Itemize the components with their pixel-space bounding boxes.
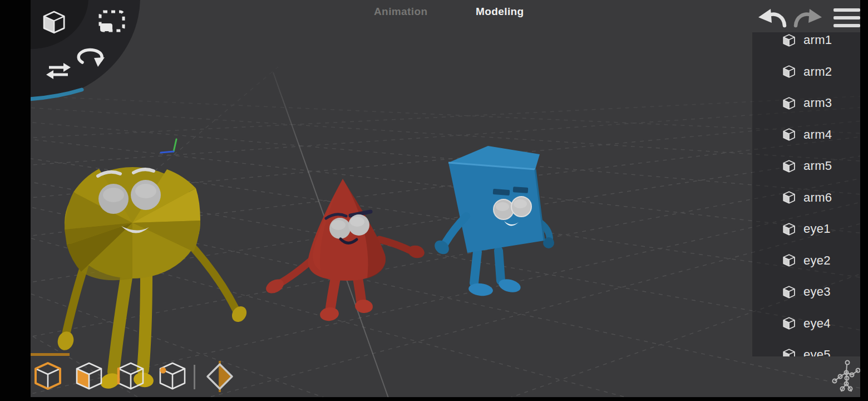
right-bezel	[860, 0, 868, 401]
outliner-list: arm1 arm2 arm3 arm4 arm5	[752, 32, 860, 356]
outliner-item[interactable]: arm3	[752, 87, 860, 119]
menu-bar	[834, 8, 860, 12]
cube-icon	[782, 190, 796, 204]
cube-icon	[782, 65, 796, 79]
tab-animation[interactable]: Animation	[374, 6, 428, 18]
cube-icon	[782, 128, 796, 141]
outliner-item-label: eye4	[803, 316, 831, 331]
cube-icon	[782, 253, 796, 267]
outliner-item[interactable]: eye4	[752, 308, 860, 340]
face-select-mode-icon[interactable]	[74, 360, 105, 392]
outliner-item[interactable]: arm2	[752, 56, 860, 88]
cube-icon	[782, 159, 796, 173]
outliner-item[interactable]: arm6	[752, 182, 860, 214]
app-root: { "theme": { "accent_orange": "#e6952f",…	[0, 0, 868, 401]
fan-tool-menu	[31, 0, 175, 117]
yellow-sphere-character[interactable]	[55, 167, 249, 391]
outliner-item-label: arm5	[803, 159, 832, 173]
outliner-panel: arm1 arm2 arm3 arm4 arm5	[752, 32, 860, 356]
outliner-item-label: arm2	[803, 65, 832, 79]
vertex-select-mode-icon[interactable]	[157, 360, 189, 392]
undo-icon[interactable]	[754, 6, 790, 30]
outliner-item-label: eye2	[803, 253, 831, 268]
cube-icon	[782, 33, 796, 47]
outliner-item[interactable]: eye2	[752, 245, 860, 277]
outliner-item-label: arm4	[803, 128, 832, 142]
outliner-item-label: arm1	[803, 33, 832, 47]
mode-bar-divider	[194, 365, 195, 389]
outliner-item-label: arm3	[803, 96, 832, 110]
red-cone-character[interactable]	[264, 179, 426, 322]
edge-select-mode-icon[interactable]	[116, 360, 147, 392]
selected-mode-underline	[31, 353, 70, 356]
outliner-item-label: eye1	[803, 222, 831, 236]
left-bezel	[0, 0, 31, 401]
symmetry-icon[interactable]	[205, 359, 236, 394]
cube-icon	[782, 222, 796, 236]
outliner-item[interactable]: eye3	[752, 276, 860, 308]
outliner-item[interactable]: eye1	[752, 213, 860, 245]
menu-bar	[834, 24, 860, 27]
cube-icon	[782, 285, 796, 299]
menu-bar	[834, 16, 860, 19]
outliner-item[interactable]: arm5	[752, 150, 860, 182]
outliner-item[interactable]: arm4	[752, 119, 860, 151]
outliner-item[interactable]: eye5	[752, 339, 860, 356]
tab-modeling[interactable]: Modeling	[476, 6, 524, 18]
outliner-item-label: arm6	[803, 190, 832, 205]
outliner-item-label: eye5	[803, 348, 831, 356]
redo-icon[interactable]	[791, 6, 826, 30]
bottom-bezel	[0, 397, 868, 401]
outliner-item-label: eye3	[803, 285, 831, 299]
menu-icon[interactable]	[834, 8, 860, 28]
armature-icon[interactable]	[829, 358, 864, 394]
object-select-mode-icon[interactable]	[33, 360, 64, 392]
cube-icon	[782, 96, 796, 110]
blue-cube-character[interactable]	[432, 146, 554, 297]
cube-icon	[782, 348, 796, 356]
outliner-item[interactable]: arm1	[752, 32, 860, 56]
cube-icon	[782, 316, 796, 330]
